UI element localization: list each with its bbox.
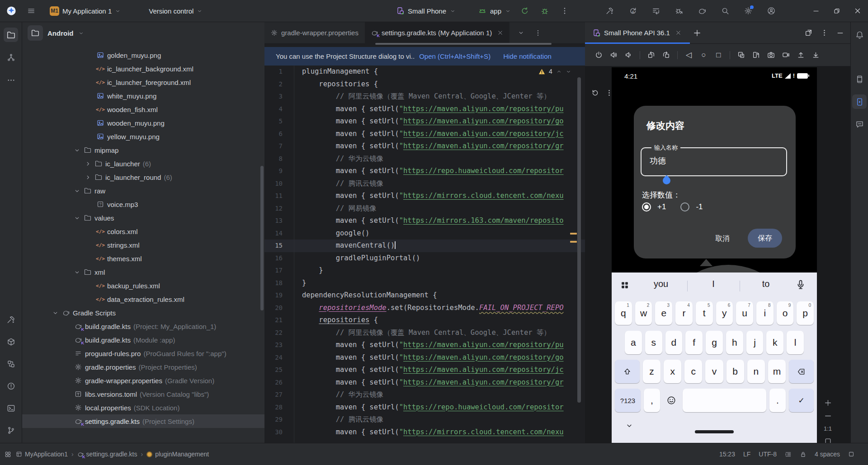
code-line[interactable]: 17 } <box>264 264 585 277</box>
tab-list-dropdown[interactable] <box>518 29 524 36</box>
backspace-key[interactable] <box>789 360 814 383</box>
kebab-button[interactable] <box>821 29 828 37</box>
tree-item[interactable]: wooden_muyu.png <box>22 116 264 130</box>
zoom-ratio-label[interactable]: 1:1 <box>824 425 832 432</box>
code-line[interactable]: 29 // 腾讯云镜像 <box>264 413 585 426</box>
build-button[interactable] <box>606 7 614 15</box>
key-i[interactable]: i8 <box>756 301 774 325</box>
enter-key[interactable]: ✓ <box>789 389 814 412</box>
editor-options-icon[interactable] <box>534 29 542 37</box>
sidebar-item-more-tools[interactable] <box>4 73 18 87</box>
close-icon[interactable] <box>675 30 681 36</box>
tree-item[interactable]: Kbuild.gradle.kts (Project: My_Applicati… <box>22 319 264 333</box>
code-line[interactable]: 21 repositories { <box>264 314 585 327</box>
keyboard-menu-icon[interactable] <box>620 280 630 290</box>
key-m[interactable]: m <box>768 360 786 383</box>
nav-overview-button[interactable]: □ <box>715 51 722 59</box>
tab-settings-gradle-kts[interactable]: K settings.gradle.kts (My Application 1) <box>365 22 509 44</box>
code-line[interactable]: 18} <box>264 277 585 290</box>
key-j[interactable]: j <box>746 331 764 354</box>
window-restore-button[interactable] <box>826 0 847 22</box>
hide-notification-link[interactable]: Hide notification <box>503 52 552 60</box>
tree-item[interactable]: white_muyu.png <box>22 89 264 103</box>
symbols-key[interactable]: ?123 <box>615 389 641 412</box>
version-control-widget[interactable]: Version control <box>149 7 203 15</box>
more-button[interactable] <box>561 7 569 15</box>
project-widget[interactable]: M1 My Application 1 <box>50 6 121 16</box>
tree-item[interactable]: </>wooden_fish.xml <box>22 103 264 116</box>
sidebar-item-project[interactable] <box>4 28 18 42</box>
code-line[interactable]: 2 repositories { <box>264 78 585 91</box>
next-warning-icon[interactable] <box>566 69 571 75</box>
comma-key[interactable]: , <box>644 389 660 412</box>
tree-item[interactable]: </>backup_rules.xml <box>22 279 264 292</box>
name-input[interactable]: 输入名称 功德 <box>641 147 787 176</box>
gesture-bar[interactable] <box>695 430 734 433</box>
tree-item[interactable]: gradle.properties (Project Properties) <box>22 360 264 374</box>
tree-item[interactable]: </>strings.xml <box>22 238 264 252</box>
mic-icon[interactable] <box>795 279 806 290</box>
cancel-button[interactable]: 取消 <box>709 230 736 247</box>
tree-item[interactable]: values <box>22 211 264 225</box>
tree-item[interactable]: </>colors.xml <box>22 225 264 238</box>
sidebar-item-build[interactable] <box>4 312 18 327</box>
indent-size[interactable]: 4 spaces <box>815 451 840 458</box>
code-line[interactable]: 13 maven { setUrl("https://mirrors.163.c… <box>264 215 585 227</box>
code-line[interactable]: 4 maven { setUrl("https://maven.aliyun.c… <box>264 103 585 116</box>
sidebar-item-device-explorer[interactable] <box>852 72 867 86</box>
tree-chevron-icon[interactable] <box>84 160 92 167</box>
key-x[interactable]: x <box>664 360 681 383</box>
open-window-button[interactable] <box>805 29 812 37</box>
rotate-left-button[interactable] <box>647 51 655 59</box>
sync-a-button[interactable]: A <box>629 7 637 15</box>
window-close-button[interactable] <box>847 0 868 22</box>
tree-item[interactable]: Kbuild.gradle.kts (Module :app) <box>22 333 264 347</box>
period-key[interactable]: . <box>769 389 786 412</box>
minimize-button[interactable] <box>836 29 844 37</box>
code-line[interactable]: 9 maven { setUrl("https://repo.huaweiclo… <box>264 165 585 178</box>
key-w[interactable]: w2 <box>635 301 652 325</box>
key-r[interactable]: r4 <box>675 301 693 325</box>
key-o[interactable]: o9 <box>777 301 794 325</box>
sidebar-item-structure[interactable] <box>4 50 18 65</box>
tab-gradle-wrapper-properties[interactable]: gradle-wrapper.properties <box>264 22 365 44</box>
code-line[interactable]: 8 // 华为云镜像 <box>264 153 585 165</box>
code-line[interactable]: 3 // 阿里云镜像（覆盖 Maven Central、Google、JCent… <box>264 90 585 103</box>
sidebar-item-running-devices[interactable] <box>852 94 867 109</box>
settings-button[interactable] <box>744 7 752 15</box>
radio-minus-one[interactable] <box>680 202 689 211</box>
key-l[interactable]: l <box>787 331 804 354</box>
rotate-right-button[interactable] <box>662 51 670 59</box>
upload-button[interactable] <box>797 51 805 59</box>
code-line[interactable]: 5 maven { setUrl("https://maven.aliyun.c… <box>264 115 585 128</box>
tree-item[interactable]: raw <box>22 184 264 197</box>
key-k[interactable]: k <box>766 331 783 354</box>
recent-restore-button[interactable] <box>652 7 660 15</box>
tree-item[interactable]: </>data_extraction_rules.xml <box>22 292 264 306</box>
key-q[interactable]: q1 <box>615 301 632 325</box>
prev-warning-icon[interactable] <box>556 69 562 75</box>
debug-button[interactable] <box>541 7 549 15</box>
breadcrumb-project[interactable]: MyApplication1 <box>16 451 68 458</box>
zoom-fit-icon[interactable] <box>824 437 832 443</box>
tree-item[interactable]: </>themes.xml <box>22 252 264 265</box>
project-view-selector[interactable]: Android <box>47 29 74 37</box>
code-line[interactable]: 23 maven { setUrl("https://maven.aliyun.… <box>264 339 585 352</box>
rerun-button[interactable] <box>521 7 529 15</box>
tree-item[interactable]: mipmap <box>22 143 264 157</box>
profile-button[interactable] <box>767 7 775 15</box>
key-v[interactable]: v <box>705 360 723 383</box>
code-line[interactable]: 28 maven { setUrl("https://repo.huaweicl… <box>264 401 585 414</box>
key-s[interactable]: s <box>645 331 662 354</box>
device-selector[interactable]: Small Phone <box>396 7 456 15</box>
save-button[interactable]: 保存 <box>748 229 782 248</box>
code-line[interactable]: 15 mavenCentral() <box>264 240 585 252</box>
phone-screen[interactable]: 4:21 LTE ! 修改内容 输入名称 功德 <box>612 67 817 443</box>
emulator-tab[interactable]: Small Phone API 36.1 <box>585 22 687 44</box>
breadcrumb-file[interactable]: K settings.gradle.kts <box>77 451 137 458</box>
code-line[interactable]: 7 maven { setUrl("https://maven.aliyun.c… <box>264 140 585 153</box>
key-t[interactable]: t5 <box>696 301 713 325</box>
key-z[interactable]: z <box>643 360 660 383</box>
key-p[interactable]: p0 <box>797 301 814 325</box>
tool-window-layout-icon[interactable] <box>5 451 11 458</box>
